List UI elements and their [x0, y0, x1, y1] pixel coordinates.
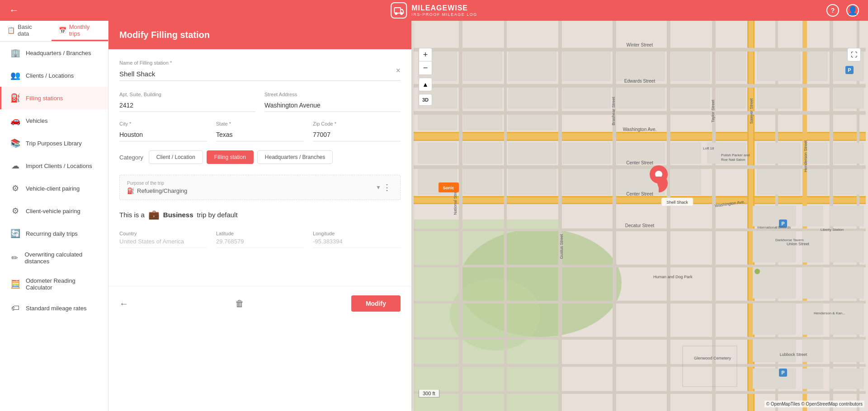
- business-suffix: trip by default: [197, 211, 238, 219]
- sidebar-item-trip-purposes[interactable]: 📚 Trip Purposes Library: [0, 132, 108, 154]
- svg-rect-29: [558, 21, 562, 411]
- state-input[interactable]: [216, 128, 304, 141]
- compass-button[interactable]: ▲: [419, 78, 432, 91]
- svg-rect-22: [414, 265, 866, 267]
- modify-button[interactable]: Modify: [351, 295, 401, 312]
- zip-input[interactable]: [313, 128, 401, 141]
- svg-rect-8: [414, 132, 866, 133]
- latitude-value: 29.768579: [216, 238, 304, 248]
- sidebar-item-vehicles[interactable]: 🚗 Vehicles: [0, 109, 108, 132]
- svg-text:Henderson & Kan...: Henderson & Kan...: [814, 311, 845, 315]
- sidebar-item-import-clients[interactable]: ☁ Import Clients / Locations: [0, 154, 108, 177]
- category-headquarters[interactable]: Headquarters / Branches: [257, 150, 333, 164]
- street-input[interactable]: [264, 99, 401, 112]
- svg-rect-55: [418, 115, 457, 130]
- svg-rect-57: [509, 115, 556, 130]
- recurring-icon: 🔄: [10, 229, 20, 238]
- sidebar-item-odometer[interactable]: 🧮 Odometer Reading Calculator: [0, 271, 108, 297]
- sidebar-item-recurring[interactable]: 🔄 Recurring daily trips: [0, 222, 108, 245]
- name-label: Name of Filling station *: [119, 60, 401, 65]
- back-button[interactable]: ←: [9, 5, 19, 16]
- svg-rect-70: [509, 169, 556, 195]
- sidebar-item-standard-mileage[interactable]: 🏷 Standard mileage rates: [0, 297, 108, 319]
- delete-button[interactable]: 🗑: [235, 299, 244, 309]
- back-button[interactable]: ←: [119, 299, 128, 309]
- name-input[interactable]: [119, 67, 401, 81]
- svg-rect-63: [671, 143, 701, 163]
- sidebar-item-headquarters[interactable]: 🏢 Headquarters / Branches: [0, 42, 108, 64]
- svg-text:P: P: [848, 67, 851, 73]
- svg-rect-77: [753, 206, 796, 226]
- svg-rect-37: [463, 51, 502, 81]
- svg-rect-58: [418, 143, 457, 163]
- trip-purposes-icon: 📚: [10, 138, 20, 148]
- user-button[interactable]: 👤: [846, 4, 859, 17]
- fullscreen-button[interactable]: ⛶: [847, 48, 861, 61]
- tab-monthly-trips[interactable]: 📅 Monthly trips: [52, 21, 108, 41]
- category-client-location[interactable]: Client / Location: [149, 150, 203, 164]
- svg-rect-38: [509, 51, 556, 81]
- svg-point-127: [755, 269, 760, 274]
- country-col: Country United States of America: [119, 231, 207, 248]
- apt-input[interactable]: [119, 99, 255, 112]
- svg-text:Human and Dog Park: Human and Dog Park: [653, 275, 693, 279]
- map-area: Winter Street Edwards Street Washington …: [411, 21, 868, 411]
- svg-rect-82: [830, 231, 863, 262]
- map-attribution: © OpenMapTiles © OpenStreetMap contribut…: [764, 401, 864, 407]
- svg-rect-85: [830, 267, 863, 299]
- svg-text:Lubbock Street: Lubbock Street: [780, 352, 807, 357]
- svg-rect-93: [802, 369, 823, 389]
- svg-rect-42: [717, 51, 746, 81]
- svg-rect-53: [757, 88, 800, 108]
- purpose-dropdown[interactable]: ▼: [376, 184, 381, 191]
- city-label: City *: [119, 121, 207, 126]
- tab-basic-data[interactable]: 📋 Basic data: [0, 21, 52, 41]
- city-input[interactable]: [119, 128, 207, 141]
- sidebar-item-import-label: Import Clients / Locations: [26, 163, 92, 169]
- sidebar-item-client-vehicle[interactable]: ⚙ Client-vehicle pairing: [0, 200, 108, 222]
- clients-icon: 👥: [10, 70, 20, 80]
- clear-name-button[interactable]: ×: [396, 66, 401, 75]
- svg-rect-75: [807, 169, 827, 195]
- svg-rect-66: [807, 143, 827, 163]
- category-filling-station[interactable]: Filling station: [207, 150, 254, 164]
- brand-sub: IRS-PROOF MILEAGE LOG: [411, 12, 477, 17]
- svg-text:Center Street: Center Street: [626, 191, 653, 196]
- svg-rect-50: [617, 88, 665, 108]
- sidebar-item-client-vehicle-label: Client-vehicle pairing: [26, 208, 80, 215]
- standard-mileage-icon: 🏷: [10, 304, 20, 313]
- svg-text:Sawyer Street: Sawyer Street: [749, 98, 754, 124]
- svg-rect-0: [394, 8, 401, 13]
- basic-data-icon: 📋: [7, 27, 15, 34]
- purpose-more-button[interactable]: ⋮: [381, 181, 393, 194]
- sidebar-item-clients[interactable]: 👥 Clients / Locations: [0, 64, 108, 87]
- sidebar: 📋 Basic data 📅 Monthly trips 🏢 Headquart…: [0, 21, 108, 411]
- zoom-in-button[interactable]: +: [419, 48, 432, 61]
- svg-rect-9: [414, 140, 866, 141]
- latitude-label: Latitude: [216, 231, 304, 236]
- purpose-icon: ⛽: [127, 187, 134, 194]
- longitude-col: Longitude -95.383394: [313, 231, 401, 248]
- help-button[interactable]: ?: [826, 4, 839, 17]
- svg-rect-67: [834, 143, 863, 163]
- zip-col: Zip Code *: [313, 121, 401, 141]
- sidebar-item-overwriting[interactable]: ✏ Overwriting calculated distances: [0, 245, 108, 271]
- svg-rect-48: [509, 88, 556, 108]
- longitude-value: -95.383394: [313, 238, 401, 248]
- svg-rect-23: [414, 301, 866, 304]
- business-type: Business: [163, 211, 193, 219]
- tab-monthly-trips-label: Monthly trips: [69, 23, 101, 37]
- zoom-out-button[interactable]: −: [419, 61, 432, 75]
- svg-rect-52: [717, 88, 746, 108]
- sidebar-item-vehicle-client[interactable]: ⚙ Vehicle-client pairing: [0, 177, 108, 200]
- svg-rect-40: [617, 51, 665, 81]
- threed-button[interactable]: 3D: [419, 94, 432, 106]
- svg-rect-59: [463, 143, 502, 163]
- sidebar-item-filling-stations[interactable]: ⛽ Filling stations: [0, 87, 108, 109]
- latitude-col: Latitude 29.768579: [216, 231, 304, 248]
- business-trip-row: This is a 💼 Business trip by default: [119, 209, 401, 220]
- sidebar-item-vehicle-client-label: Vehicle-client pairing: [26, 185, 80, 192]
- filling-stations-icon: ⛽: [10, 93, 20, 103]
- odometer-icon: 🧮: [10, 279, 20, 289]
- svg-point-2: [401, 13, 402, 14]
